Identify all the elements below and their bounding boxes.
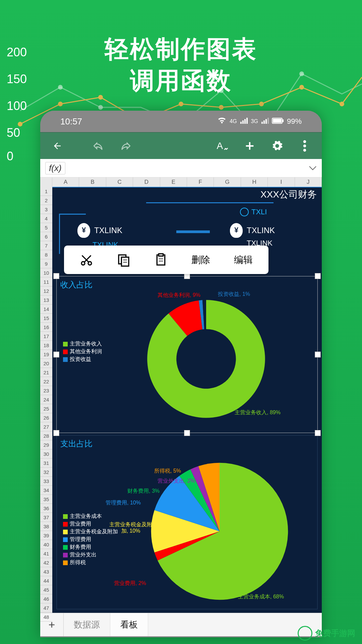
row-22[interactable]: 22 — [40, 377, 52, 386]
row-17[interactable]: 17 — [40, 332, 52, 341]
stat-2: TXLINK — [230, 223, 275, 238]
col-e[interactable]: E — [160, 177, 187, 187]
row-9[interactable]: 9 — [40, 259, 52, 268]
row-29[interactable]: 29 — [40, 440, 52, 449]
col-j[interactable]: J — [295, 177, 322, 187]
add-button[interactable] — [238, 134, 262, 158]
row-27[interactable]: 27 — [40, 422, 52, 431]
row-26[interactable]: 26 — [40, 413, 52, 422]
sheet-canvas[interactable]: XXX公司财务 TXLI TXLINK TXLINK TXLINK TXLI — [52, 187, 322, 613]
delete-button[interactable]: 删除 — [189, 254, 213, 266]
row-4[interactable]: 4 — [40, 214, 52, 223]
edit-button[interactable]: 编辑 — [231, 254, 255, 266]
row-15[interactable]: 15 — [40, 314, 52, 323]
decor-line — [146, 202, 274, 203]
income-donut-chart — [144, 297, 268, 421]
sheet-tab-datasource[interactable]: 数据源 — [64, 613, 110, 636]
row-37[interactable]: 37 — [40, 513, 52, 522]
row-16[interactable]: 16 — [40, 323, 52, 332]
row-12[interactable]: 12 — [40, 286, 52, 296]
row-30[interactable]: 30 — [40, 449, 52, 459]
col-h[interactable]: H — [241, 177, 268, 187]
row-28[interactable]: 28 — [40, 431, 52, 440]
col-b[interactable]: B — [79, 177, 106, 187]
row-39[interactable]: 39 — [40, 531, 52, 540]
battery-percent: 99% — [287, 117, 302, 126]
signal-3g-label: 3G — [251, 118, 258, 124]
row-11[interactable]: 11 — [40, 277, 52, 286]
row-41[interactable]: 41 — [40, 549, 52, 558]
row-3[interactable]: 3 — [40, 205, 52, 214]
col-a[interactable]: A — [52, 177, 79, 187]
col-c[interactable]: C — [106, 177, 133, 187]
row-24[interactable]: 24 — [40, 395, 52, 404]
stat-1: TXLINK — [77, 223, 122, 238]
row-21[interactable]: 21 — [40, 368, 52, 377]
row-31[interactable]: 31 — [40, 459, 52, 468]
row-35[interactable]: 35 — [40, 495, 52, 504]
row-6[interactable]: 6 — [40, 232, 52, 241]
chart-panel-expense[interactable]: 支出占比 主营业务成本营业费用主营业务税金及附加管理费用财务费用营业外支出所得税… — [56, 435, 318, 609]
svg-rect-15 — [244, 119, 246, 124]
font-style-button[interactable]: A — [210, 134, 234, 158]
back-button[interactable] — [45, 134, 69, 158]
settings-button[interactable] — [265, 134, 289, 158]
sheet-tab-dashboard[interactable]: 看板 — [110, 613, 148, 636]
row-34[interactable]: 34 — [40, 486, 52, 495]
row-1[interactable]: 1 — [40, 187, 52, 196]
spreadsheet[interactable]: A B C D E F G H I J 12345678910111213141… — [40, 177, 322, 613]
formula-input[interactable] — [65, 159, 309, 177]
row-45[interactable]: 45 — [40, 585, 52, 594]
copy-button[interactable] — [114, 253, 133, 267]
row-23[interactable]: 23 — [40, 386, 52, 395]
paste-button[interactable] — [152, 253, 170, 267]
row-19[interactable]: 19 — [40, 350, 52, 359]
data-label: 主营业务收入, 89% — [235, 409, 281, 416]
row-33[interactable]: 33 — [40, 477, 52, 486]
row-13[interactable]: 13 — [40, 296, 52, 305]
chart-panel-income[interactable]: 收入占比 主营业务收入其他业务利润投资收益 主营业务收入, 89%其他业务利润,… — [56, 276, 318, 433]
col-g[interactable]: G — [214, 177, 241, 187]
row-36[interactable]: 36 — [40, 504, 52, 513]
chevron-down-icon[interactable] — [309, 164, 317, 172]
col-i[interactable]: I — [268, 177, 295, 187]
col-f[interactable]: F — [187, 177, 214, 187]
row-14[interactable]: 14 — [40, 305, 52, 314]
signal-4g-label: 4G — [230, 118, 237, 124]
svg-point-6 — [259, 102, 264, 106]
svg-rect-23 — [283, 119, 284, 122]
svg-point-1 — [58, 102, 63, 106]
row-7[interactable]: 7 — [40, 241, 52, 250]
row-48[interactable]: 48 — [40, 612, 52, 622]
promo-title: 轻松制作图表 调用函数 — [0, 34, 362, 96]
svg-rect-14 — [242, 120, 244, 124]
more-button[interactable] — [293, 134, 317, 158]
data-label: 管理费用, 10% — [106, 499, 141, 506]
row-46[interactable]: 46 — [40, 594, 52, 603]
row-2[interactable]: 2 — [40, 196, 52, 205]
undo-button[interactable] — [86, 134, 110, 158]
signal-bars-icon-2 — [261, 117, 269, 126]
row-40[interactable]: 40 — [40, 540, 52, 549]
row-42[interactable]: 42 — [40, 558, 52, 567]
col-d[interactable]: D — [133, 177, 160, 187]
row-25[interactable]: 25 — [40, 404, 52, 413]
svg-rect-19 — [265, 119, 267, 124]
svg-point-10 — [98, 105, 103, 110]
row-10[interactable]: 10 — [40, 268, 52, 277]
formula-bar: f(x) — [40, 159, 322, 177]
row-44[interactable]: 44 — [40, 576, 52, 585]
row-32[interactable]: 32 — [40, 468, 52, 477]
row-20[interactable]: 20 — [40, 359, 52, 368]
sheet-tabs: + 数据源 看板 — [40, 613, 322, 636]
row-47[interactable]: 47 — [40, 603, 52, 612]
cut-button[interactable] — [77, 253, 96, 267]
fx-label: f(x) — [45, 162, 65, 174]
row-43[interactable]: 43 — [40, 567, 52, 576]
row-18[interactable]: 18 — [40, 341, 52, 350]
redo-button[interactable] — [114, 134, 138, 158]
row-8[interactable]: 8 — [40, 250, 52, 259]
row-38[interactable]: 38 — [40, 522, 52, 531]
phone-mockup: 10:57 4G 3G 99% — [40, 111, 322, 637]
row-5[interactable]: 5 — [40, 223, 52, 232]
